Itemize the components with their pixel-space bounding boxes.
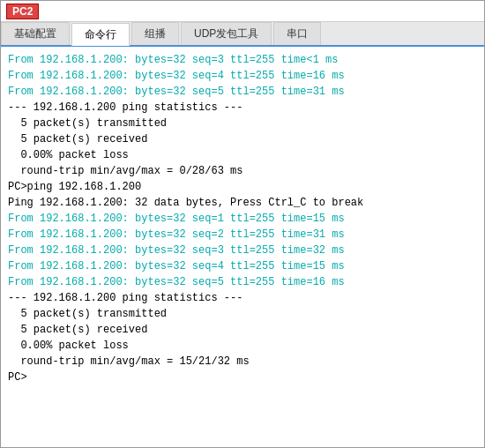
terminal-line: From 192.168.1.200: bytes=32 seq=2 ttl=2… (8, 227, 477, 243)
terminal-line: Ping 192.168.1.200: 32 data bytes, Press… (8, 195, 477, 211)
terminal-line: PC> (8, 370, 477, 385)
terminal-line: round-trip min/avg/max = 0/28/63 ms (8, 163, 477, 179)
terminal-line: round-trip min/avg/max = 15/21/32 ms (8, 354, 477, 370)
tab-基础配置[interactable]: 基础配置 (1, 22, 70, 45)
terminal-line: From 192.168.1.200: bytes=32 seq=4 ttl=2… (8, 68, 477, 84)
window: PC2 基础配置命令行组播UDP发包工具串口 From 192.168.1.20… (0, 0, 485, 448)
terminal-line: From 192.168.1.200: bytes=32 seq=1 ttl=2… (8, 211, 477, 227)
terminal-line: 5 packet(s) received (8, 322, 477, 338)
tab-UDP发包工具[interactable]: UDP发包工具 (181, 22, 272, 45)
terminal-line: From 192.168.1.200: bytes=32 seq=3 ttl=2… (8, 243, 477, 258)
window-title: PC2 (6, 4, 39, 19)
tab-串口[interactable]: 串口 (273, 22, 321, 45)
tab-bar: 基础配置命令行组播UDP发包工具串口 (1, 22, 484, 47)
terminal-line: --- 192.168.1.200 ping statistics --- (8, 290, 477, 306)
terminal-line: From 192.168.1.200: bytes=32 seq=4 ttl=2… (8, 258, 477, 274)
terminal-line: From 192.168.1.200: bytes=32 seq=5 ttl=2… (8, 84, 477, 100)
terminal-line: 5 packet(s) received (8, 131, 477, 147)
terminal-line: 5 packet(s) transmitted (8, 306, 477, 322)
tab-命令行[interactable]: 命令行 (71, 23, 130, 46)
terminal[interactable]: From 192.168.1.200: bytes=32 seq=3 ttl=2… (1, 47, 484, 447)
terminal-line: 0.00% packet loss (8, 147, 477, 163)
tab-组播[interactable]: 组播 (131, 22, 179, 45)
terminal-line: From 192.168.1.200: bytes=32 seq=5 ttl=2… (8, 274, 477, 290)
terminal-line: 5 packet(s) transmitted (8, 116, 477, 131)
title-bar: PC2 (1, 1, 484, 22)
terminal-line: From 192.168.1.200: bytes=32 seq=3 ttl=2… (8, 52, 477, 68)
terminal-line: 0.00% packet loss (8, 338, 477, 354)
terminal-line: PC>ping 192.168.1.200 (8, 179, 477, 195)
terminal-line: --- 192.168.1.200 ping statistics --- (8, 100, 477, 116)
